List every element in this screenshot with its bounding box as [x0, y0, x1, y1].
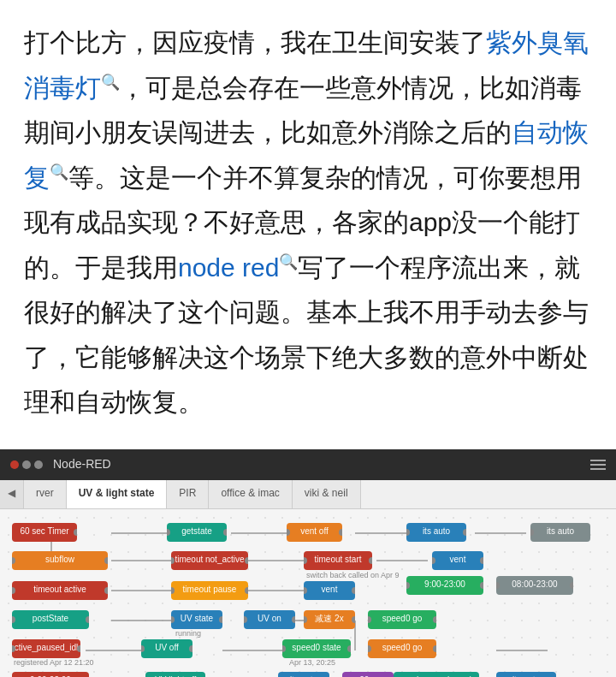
- nodered-tabs: ◀ rver UV & light state PIR office & ima…: [0, 480, 616, 509]
- node-time-9-23: 9:00-23:00: [12, 672, 89, 678]
- node-its-auto: its auto: [406, 523, 466, 542]
- node-its-auto3: its auto: [496, 672, 556, 678]
- node-timeout-pause: timeout pause: [171, 581, 248, 600]
- label-small2: running: [175, 627, 201, 640]
- node-uv-on: UV on: [244, 610, 295, 629]
- nodered-logo: [10, 460, 43, 469]
- menu-icon: [590, 460, 606, 470]
- label-small4: registered Apr 12 21:20: [14, 656, 94, 669]
- tab-pir[interactable]: PIR: [167, 480, 209, 508]
- node-getstate: getstate: [167, 523, 227, 542]
- node-20m: 20m: [342, 672, 394, 678]
- node-speed0-state: speed0 state: [282, 639, 351, 658]
- node-uv-off: UV off: [141, 639, 192, 658]
- node-vent2: vent: [304, 581, 355, 600]
- logo-dot-gray2: [34, 460, 43, 469]
- tab-office-imac[interactable]: office & imac: [209, 480, 292, 508]
- tab-scroll-left[interactable]: ◀: [0, 480, 24, 508]
- menu-bar-2: [590, 464, 606, 466]
- nodered-topright: [590, 460, 606, 470]
- logo-dot-red: [10, 460, 19, 469]
- node-washroom-cleared: washroom cleared: [394, 672, 479, 678]
- nodered-window: Node-RED ◀ rver UV & light state PIR off…: [0, 449, 616, 678]
- article-body: 打个比方，因应疫情，我在卫生间安装了紫外臭氧消毒灯🔍，可是总会存在一些意外情况，…: [0, 0, 616, 425]
- tab-viki-neil[interactable]: viki & neil: [293, 480, 361, 508]
- search-icon-3: 🔍: [279, 253, 298, 270]
- text-before-link1: 打个比方，因应疫情，我在卫生间安装了: [24, 28, 486, 56]
- logo-dot-gray1: [22, 460, 31, 469]
- label-small1: switch back called on Apr 9: [306, 569, 400, 582]
- node-time-range2: 08:00-23:00: [496, 576, 573, 595]
- nodered-titlebar: Node-RED: [0, 449, 616, 480]
- node-time-range: 9:00-23:00: [406, 576, 483, 595]
- search-icon-2: 🔍: [50, 163, 68, 181]
- label-small3: Apr 13, 20:25: [289, 656, 335, 669]
- node-vent-off: vent off: [287, 523, 342, 542]
- tab-rver[interactable]: rver: [24, 480, 67, 508]
- node-timeout-active: timeout active: [12, 581, 108, 600]
- node-active-paused: active_paused_idle: [12, 639, 80, 658]
- node-vent1: vent: [432, 551, 483, 570]
- nodered-canvas: 60 sec Timer getstate vent off its auto …: [0, 509, 616, 678]
- nodered-title: Node-RED: [53, 454, 111, 474]
- tab-uv-light-state[interactable]: UV & light state: [67, 480, 168, 508]
- node-output1: its auto: [530, 523, 590, 542]
- node-inj1: 60 sec Timer: [12, 523, 77, 542]
- search-icon-1: 🔍: [101, 74, 120, 91]
- node-speed0-go2: speed0 go: [368, 639, 436, 658]
- menu-bar-1: [590, 460, 606, 461]
- node-speed-go: speed0 go: [368, 610, 436, 629]
- node-timeout-not-active: timeout not_active: [171, 551, 248, 570]
- node-poststate: postState: [12, 610, 89, 629]
- menu-bar-3: [590, 468, 606, 470]
- node-uv-state: UV state: [171, 610, 222, 629]
- link-node-red[interactable]: node red🔍: [178, 253, 298, 282]
- node-its-auto2: its auto: [278, 672, 329, 678]
- node-uv-light-off: UV light off: [145, 672, 205, 678]
- node-subflow: subflow: [12, 551, 108, 570]
- node-count: 减速 2x: [304, 610, 355, 629]
- node-timeout-start: timeout start: [304, 551, 372, 570]
